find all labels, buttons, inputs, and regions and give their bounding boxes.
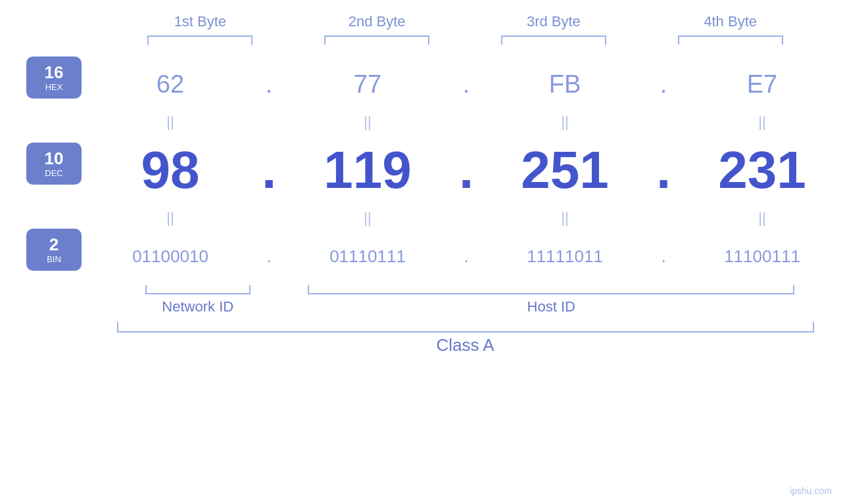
bin-val-4: 11100111 <box>673 246 845 267</box>
eq2-2: || <box>279 210 456 227</box>
watermark: ipshu.com <box>790 486 832 496</box>
bin-badge: 2 BIN <box>26 229 82 271</box>
dec-val-2: 119 <box>279 140 456 200</box>
dec-dot-3: . <box>654 140 673 200</box>
byte-header-4: 4th Byte <box>642 13 819 35</box>
hex-dot-3: . <box>654 70 673 99</box>
host-bracket <box>308 285 794 294</box>
dec-val-1: 98 <box>82 140 259 200</box>
bracket-1 <box>112 35 289 45</box>
byte-header-1: 1st Byte <box>112 13 289 35</box>
eq-2: || <box>279 114 456 131</box>
class-bracket-row <box>26 322 819 332</box>
equals-row-2: || || || || <box>82 206 845 230</box>
hex-base-number: 16 <box>45 63 64 82</box>
bracket-2 <box>289 35 466 45</box>
bracket-4 <box>642 35 819 45</box>
dec-dot-2: . <box>456 140 476 200</box>
class-label-row: Class A <box>26 335 819 355</box>
dec-base-label: DEC <box>45 168 62 178</box>
bin-base-number: 2 <box>49 235 59 254</box>
dec-val-3: 251 <box>476 140 654 200</box>
bin-dot-2: . <box>456 246 476 267</box>
byte-headers: 1st Byte 2nd Byte 3rd Byte 4th Byte <box>26 13 819 35</box>
hex-val-2: 77 <box>279 70 456 99</box>
network-bracket <box>145 285 251 294</box>
host-id-label: Host ID <box>283 298 819 315</box>
dec-base-number: 10 <box>45 149 64 168</box>
hex-val-1: 62 <box>82 70 259 99</box>
bracket-3 <box>466 35 642 45</box>
dec-dot-1: . <box>259 140 279 200</box>
dec-badge: 10 DEC <box>26 143 82 185</box>
id-labels-row: Network ID Host ID <box>26 298 819 315</box>
eq-4: || <box>673 114 845 131</box>
class-a-label: Class A <box>112 335 819 355</box>
bin-badge-wrapper: 2 BIN <box>26 230 82 283</box>
bin-val-1: 01100010 <box>82 246 259 267</box>
host-bracket-wrap <box>283 285 819 294</box>
hex-badge: 16 HEX <box>26 57 82 99</box>
class-bracket-wrap <box>112 322 819 332</box>
main-container: 1st Byte 2nd Byte 3rd Byte 4th Byte 16 H… <box>0 0 845 504</box>
bin-base-label: BIN <box>47 254 61 264</box>
values-column: 62 . 77 . FB . E7 || || || || 98 <box>82 58 845 283</box>
eq2-3: || <box>476 210 654 227</box>
network-bracket-wrap <box>112 285 283 294</box>
bin-row: 01100010 . 01110111 . 11111011 . 1110011… <box>82 230 845 283</box>
spacer-1 <box>26 110 82 134</box>
hex-val-4: E7 <box>673 70 845 99</box>
byte-header-3: 3rd Byte <box>466 13 642 35</box>
dec-badge-wrapper: 10 DEC <box>26 134 82 206</box>
eq2-4: || <box>673 210 845 227</box>
eq2-1: || <box>82 210 259 227</box>
hex-val-3: FB <box>476 70 654 99</box>
equals-row-1: || || || || <box>82 110 845 134</box>
bin-dot-3: . <box>654 246 673 267</box>
dec-row: 98 . 119 . 251 . 231 <box>82 134 845 206</box>
top-bracket-row <box>26 35 819 45</box>
eq-1: || <box>82 114 259 131</box>
hex-badge-wrapper: 16 HEX <box>26 58 82 110</box>
hex-row: 62 . 77 . FB . E7 <box>82 58 845 110</box>
bin-dot-1: . <box>259 246 279 267</box>
spacer-2 <box>26 206 82 230</box>
eq-3: || <box>476 114 654 131</box>
network-id-label: Network ID <box>112 298 283 315</box>
bin-val-2: 01110111 <box>279 246 456 267</box>
byte-header-2: 2nd Byte <box>289 13 466 35</box>
bottom-bracket-row <box>26 285 819 294</box>
hex-dot-1: . <box>259 70 279 99</box>
hex-base-label: HEX <box>45 82 63 92</box>
badge-column: 16 HEX 10 DEC 2 BIN <box>26 58 82 283</box>
rows-area: 16 HEX 10 DEC 2 BIN <box>26 58 819 283</box>
dec-val-4: 231 <box>673 140 845 200</box>
class-bracket <box>117 322 814 332</box>
hex-dot-2: . <box>456 70 476 99</box>
bin-val-3: 11111011 <box>476 246 654 267</box>
